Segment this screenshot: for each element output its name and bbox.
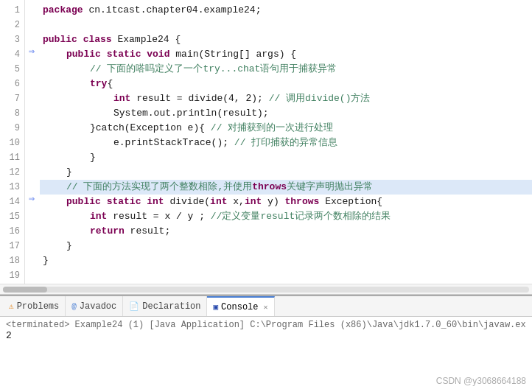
tab-declaration[interactable]: 📄 Declaration <box>123 296 207 316</box>
code-line-14: public static int divide(int x,int y) th… <box>40 195 532 209</box>
tab-javadoc[interactable]: @ Javadoc <box>66 296 123 316</box>
ln-6: 6 <box>0 77 24 91</box>
tab-problems[interactable]: ⚠ Problems <box>3 296 66 316</box>
bp-3 <box>25 29 38 44</box>
tab-javadoc-label: Javadoc <box>80 301 116 312</box>
ln-12: 12 <box>0 165 24 180</box>
ln-3: 3 <box>0 32 24 47</box>
bp-9 <box>25 118 38 133</box>
code-line-2 <box>40 18 532 32</box>
code-line-17: } <box>40 239 532 253</box>
ln-8: 8 <box>0 106 24 121</box>
scroll-thumb[interactable] <box>3 287 47 293</box>
code-line-1: package cn.itcast.chapter04.example24; <box>40 3 532 18</box>
tab-problems-label: Problems <box>17 301 60 312</box>
tab-console-label: Console <box>221 302 258 312</box>
ln-5: 5 <box>0 62 24 77</box>
bp-column: ⇒ ⇒ <box>25 0 38 284</box>
ln-13: 13 <box>0 180 24 195</box>
code-editor: 1 2 3 4 5 6 7 8 9 10 11 12 13 14 15 16 1… <box>0 0 532 295</box>
code-line-5: // 下面的嗒吗定义了一个try...chat语句用于捕获异常 <box>40 62 532 77</box>
ln-9: 9 <box>0 121 24 136</box>
watermark: CSDN @y3068664188 <box>436 376 526 386</box>
ln-1: 1 <box>0 3 24 18</box>
problems-icon: ⚠ <box>9 301 14 311</box>
code-line-3: public class Example24 { <box>40 32 532 47</box>
code-line-9: }catch(Exception e){ // 对捕获到的一次进行处理 <box>40 121 532 136</box>
javadoc-icon: @ <box>71 302 77 311</box>
bp-2 <box>25 15 38 29</box>
tab-console[interactable]: ▣ Console ✕ <box>207 296 274 316</box>
arrow-icon-14: ⇒ <box>29 192 35 206</box>
code-line-13: // 下面的方法实现了两个整数相除,并使用throws关键字声明抛出异常 <box>40 180 532 195</box>
ln-17: 17 <box>0 239 24 253</box>
tab-declaration-label: Declaration <box>142 301 200 312</box>
bp-4: ⇒ <box>25 44 38 59</box>
code-line-6: try{ <box>40 77 532 91</box>
console-close-icon[interactable]: ✕ <box>264 303 268 312</box>
ln-7: 7 <box>0 91 24 106</box>
console-icon: ▣ <box>213 302 218 312</box>
bp-7 <box>25 88 38 103</box>
code-line-15: int result = x / y ; //定义变量result记录两个数相除… <box>40 209 532 224</box>
ln-15: 15 <box>0 209 24 224</box>
ln-19: 19 <box>0 268 24 283</box>
ln-11: 11 <box>0 150 24 165</box>
bp-11 <box>25 147 38 162</box>
arrow-icon-4: ⇒ <box>29 44 35 59</box>
ln-10: 10 <box>0 136 24 150</box>
code-line-7: int result = divide(4, 2); // 调用divide()… <box>40 91 532 106</box>
declaration-icon: 📄 <box>129 301 139 311</box>
bp-10 <box>25 133 38 147</box>
code-line-4: public static void main(String[] args) { <box>40 47 532 62</box>
ln-16: 16 <box>0 224 24 239</box>
code-line-19 <box>40 268 532 283</box>
bp-19 <box>25 265 38 280</box>
horizontal-scrollbar[interactable] <box>0 284 532 294</box>
code-line-12: } <box>40 165 532 180</box>
bp-1 <box>25 0 38 15</box>
console-output-line: 2 <box>6 330 526 341</box>
code-line-18: } <box>40 253 532 268</box>
ln-18: 18 <box>0 253 24 268</box>
bp-16 <box>25 221 38 236</box>
bp-8 <box>25 103 38 118</box>
code-area[interactable]: package cn.itcast.chapter04.example24; p… <box>38 0 532 284</box>
ln-14: 14 <box>0 195 24 209</box>
line-numbers: 1 2 3 4 5 6 7 8 9 10 11 12 13 14 15 16 1… <box>0 0 25 284</box>
bp-12 <box>25 162 38 177</box>
code-line-8: System.out.println(result); <box>40 106 532 121</box>
bp-18 <box>25 251 38 265</box>
bp-14: ⇒ <box>25 192 38 206</box>
code-line-16: return result; <box>40 224 532 239</box>
bp-6 <box>25 74 38 88</box>
ln-4: 4 <box>0 47 24 62</box>
tabs-bar: ⚠ Problems @ Javadoc 📄 Declaration ▣ Con… <box>0 296 532 317</box>
ln-2: 2 <box>0 18 24 32</box>
code-line-11: } <box>40 150 532 165</box>
bp-15 <box>25 206 38 221</box>
scroll-track[interactable] <box>3 287 529 293</box>
console-terminated-line: <terminated> Example24 (1) [Java Applica… <box>6 320 526 330</box>
bp-17 <box>25 236 38 251</box>
bp-5 <box>25 59 38 74</box>
bp-13 <box>25 177 38 192</box>
code-line-10: e.printStackTrace(); // 打印捕获的异常信息 <box>40 136 532 150</box>
